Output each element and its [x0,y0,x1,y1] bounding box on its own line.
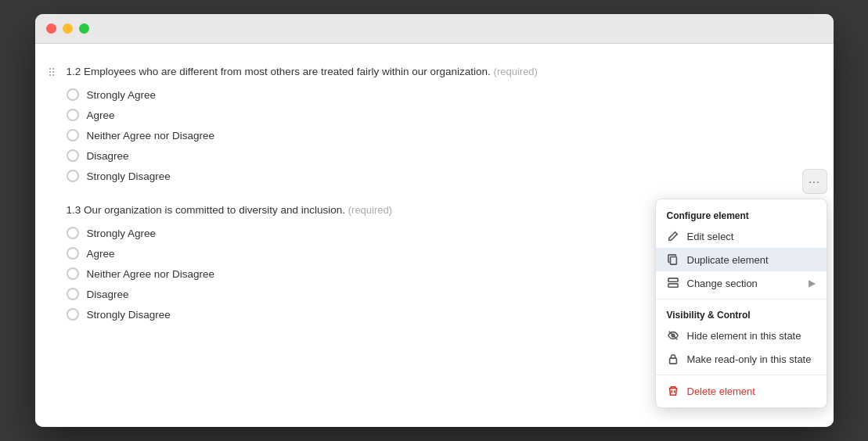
menu-divider-1 [656,299,827,299]
svg-rect-1 [668,278,677,281]
titlebar [35,14,834,44]
menu-item-readonly[interactable]: Make read-only in this state [656,347,827,371]
option-q1-1: Strongly Agree [67,88,802,101]
radio-q1-3[interactable] [67,129,79,142]
section-icon [667,277,679,289]
option-label-q2-1: Strongly Agree [87,228,157,239]
chevron-right-icon: ▶ [809,278,816,289]
radio-q2-1[interactable] [67,227,79,239]
trash-icon [667,385,679,397]
menu-item-duplicate[interactable]: Duplicate element [656,248,827,271]
app-window: ⠿ 1.2 Employees who are different from m… [35,14,834,427]
menu-label-change-section: Change section [687,278,758,289]
option-label-q2-2: Agree [87,248,115,260]
configure-section-title: Configure element [656,204,827,224]
option-label-q2-3: Neither Agree nor Disagree [87,268,215,280]
radio-q1-5[interactable] [67,170,79,182]
question-number-1: 1.2 [67,66,81,77]
option-q1-2: Agree [67,109,802,121]
lock-icon [667,353,679,365]
eye-off-icon [667,329,679,342]
question-block-1: ⠿ 1.2 Employees who are different from m… [67,66,802,182]
duplicate-icon [667,253,679,266]
drag-handle-1[interactable]: ⠿ [48,67,54,78]
radio-q2-5[interactable] [67,308,79,321]
radio-q1-2[interactable] [67,109,79,121]
menu-item-hide-element[interactable]: Hide element in this state [656,324,827,347]
option-label-q1-4: Disagree [87,150,129,162]
question-text-1: Employees who are different from most ot… [84,66,491,77]
svg-rect-0 [670,257,676,265]
menu-label-duplicate: Duplicate element [687,254,769,266]
more-options-button[interactable]: ··· [802,169,827,194]
option-label-q1-3: Neither Agree nor Disagree [87,130,215,142]
option-q1-4: Disagree [67,149,802,162]
option-q1-5: Strongly Disagree [67,170,802,182]
radio-q2-4[interactable] [67,288,79,300]
menu-divider-2 [656,375,827,375]
menu-item-change-section[interactable]: Change section ▶ [656,271,827,295]
svg-rect-2 [668,284,677,287]
radio-q1-1[interactable] [67,88,79,101]
required-label-2: (required) [348,204,392,216]
radio-q2-3[interactable] [67,267,79,280]
menu-label-readonly: Make read-only in this state [687,353,812,365]
option-label-q2-5: Strongly Disagree [87,309,171,321]
question-number-2: 1.3 [67,204,81,216]
required-label-1: (required) [494,66,538,77]
menu-label-edit-select: Edit select [687,231,734,242]
radio-q2-2[interactable] [67,247,79,260]
svg-rect-5 [669,358,676,364]
option-label-q1-1: Strongly Agree [87,89,157,101]
menu-item-delete[interactable]: Delete element [656,379,827,403]
pencil-icon [667,230,679,242]
maximize-dot[interactable] [79,23,89,34]
visibility-section-title: Visibility & Control [656,303,827,324]
menu-label-hide-element: Hide element in this state [687,330,801,342]
close-dot[interactable] [46,23,56,34]
question-title-1: 1.2 Employees who are different from mos… [67,66,802,77]
radio-q1-4[interactable] [67,149,79,162]
option-q1-3: Neither Agree nor Disagree [67,129,802,142]
context-menu: Configure element Edit select Duplicate … [655,199,827,408]
menu-item-edit-select[interactable]: Edit select [656,224,827,248]
question-text-2: Our organization is committed to diversi… [84,204,345,216]
menu-label-delete: Delete element [687,385,755,397]
minimize-dot[interactable] [63,23,73,34]
option-label-q1-2: Agree [87,109,115,121]
option-label-q1-5: Strongly Disagree [87,170,171,182]
content-area: ⠿ 1.2 Employees who are different from m… [35,44,834,427]
more-options-icon: ··· [809,175,820,188]
option-label-q2-4: Disagree [87,289,129,300]
